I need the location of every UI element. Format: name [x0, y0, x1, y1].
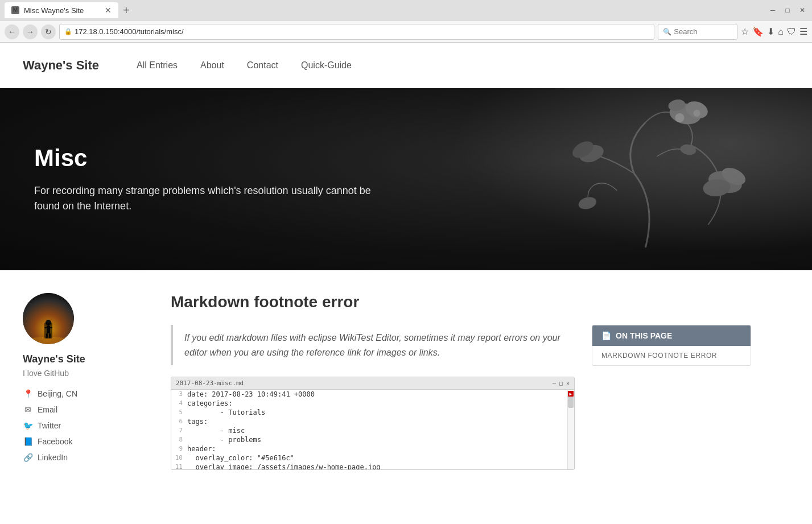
svg-rect-18: [46, 333, 48, 338]
sidebar-twitter-link[interactable]: Twitter: [38, 421, 61, 430]
sidebar-email[interactable]: ✉ Email: [23, 405, 148, 414]
svg-point-3: [683, 98, 710, 121]
bookmark-icon[interactable]: 🔖: [752, 26, 764, 37]
address-bar[interactable]: 🔒: [59, 24, 654, 40]
sidebar-location: 📍 Beijing, CN: [23, 389, 148, 398]
article-area: Markdown footnote error 📄 ON THIS PAGE M…: [171, 293, 751, 481]
svg-point-7: [719, 164, 748, 188]
code-line-7: 7 - misc: [171, 426, 574, 435]
code-line-11: 11 overlay_image: /assets/images/w-home-…: [171, 463, 574, 469]
search-box[interactable]: 🔍: [658, 24, 737, 40]
sidebar-facebook[interactable]: 📘 Facebook: [23, 437, 148, 446]
svg-point-6: [702, 178, 731, 197]
code-line-5: 5 - Tutorials: [171, 408, 574, 417]
facebook-icon: 📘: [23, 437, 33, 446]
new-tab-button[interactable]: +: [123, 5, 130, 16]
svg-point-14: [46, 320, 51, 325]
browser-chrome: M Misc Wayne's Site ✕ + ─ □ ✕ ← → ↻ 🔒 🔍 …: [0, 0, 812, 43]
hero-banner: Misc For recording many strange problems…: [0, 88, 812, 270]
main-content: Wayne's Site I love GitHub 📍 Beijing, CN…: [0, 270, 774, 504]
tab-title: Misc Wayne's Site: [24, 6, 84, 15]
nav-contact[interactable]: Contact: [247, 60, 278, 71]
svg-point-2: [668, 101, 703, 126]
back-button[interactable]: ←: [5, 24, 19, 39]
code-line-4: 4 categories:: [171, 399, 574, 408]
close-window-button[interactable]: ✕: [797, 5, 807, 15]
code-minimize-button[interactable]: ─: [553, 380, 556, 386]
site-logo[interactable]: Wayne's Site: [23, 58, 137, 73]
code-editor-controls: ─ □ ✕: [553, 380, 570, 386]
star-icon[interactable]: ☆: [741, 26, 749, 37]
svg-point-4: [667, 98, 686, 113]
twitter-icon: 🐦: [23, 421, 33, 430]
sidebar-site-name: Wayne's Site: [23, 353, 148, 365]
code-maximize-button[interactable]: □: [559, 380, 563, 386]
reload-button[interactable]: ↻: [41, 24, 56, 39]
minimize-button[interactable]: ─: [768, 5, 778, 15]
search-input[interactable]: [674, 27, 731, 36]
svg-rect-16: [44, 327, 47, 328]
article-title: Markdown footnote error: [171, 293, 751, 311]
sidebar-email-link[interactable]: Email: [38, 405, 57, 414]
code-line-10: 10 overlay_color: "#5e616c": [171, 453, 574, 463]
sidebar-facebook-link[interactable]: Facebook: [38, 437, 72, 446]
linkedin-icon: 🔗: [23, 453, 33, 462]
svg-point-12: [23, 293, 74, 344]
article-blockquote-text: If you edit markdown files with eclipse …: [184, 333, 560, 357]
svg-point-10: [578, 195, 598, 211]
location-icon: 📍: [23, 389, 33, 398]
forward-button[interactable]: →: [23, 24, 38, 39]
toc-box: 📄 ON THIS PAGE MARKDOWN FOOTNOTE ERROR: [592, 325, 751, 366]
code-line-3: 3 date: 2017-08-23 10:49:41 +0000: [171, 390, 574, 399]
shield-icon[interactable]: 🛡: [787, 27, 796, 37]
toc-header-label: ON THIS PAGE: [616, 331, 672, 340]
window-controls: ─ □ ✕: [768, 5, 807, 15]
footer-spacer: [171, 470, 751, 481]
code-scrollbar[interactable]: ▶: [567, 390, 574, 469]
hero-subtitle: For recording many strange problems whic…: [34, 183, 376, 214]
svg-rect-15: [47, 325, 50, 333]
browser-titlebar: M Misc Wayne's Site ✕ + ─ □ ✕: [0, 0, 812, 20]
sidebar-linkedin[interactable]: 🔗 LinkedIn: [23, 453, 148, 462]
maximize-button[interactable]: □: [782, 5, 793, 15]
hero-illustration: [365, 88, 812, 270]
toc-item-footnote-error[interactable]: MARKDOWN FOOTNOTE ERROR: [592, 346, 751, 365]
code-editor-body: 3 date: 2017-08-23 10:49:41 +0000 4 cate…: [171, 390, 574, 469]
sidebar-twitter[interactable]: 🐦 Twitter: [23, 421, 148, 430]
browser-tab[interactable]: M Misc Wayne's Site ✕: [5, 2, 118, 18]
site-nav: All Entries About Contact Quick-Guide: [137, 60, 352, 71]
download-icon[interactable]: ⬇: [767, 26, 774, 37]
search-icon: 🔍: [663, 28, 671, 36]
tab-close-button[interactable]: ✕: [105, 6, 112, 15]
code-editor: 2017-08-23-misc.md ─ □ ✕ 3 date: 2017-08…: [171, 377, 575, 470]
svg-point-5: [706, 168, 744, 196]
nav-about[interactable]: About: [200, 60, 224, 71]
tab-favicon: M: [11, 6, 19, 14]
email-icon: ✉: [23, 405, 33, 414]
toc-icon: 📄: [601, 331, 611, 340]
nav-all-entries[interactable]: All Entries: [137, 60, 178, 71]
code-line-6: 6 tags:: [171, 417, 574, 426]
code-editor-titlebar: 2017-08-23-misc.md ─ □ ✕: [171, 377, 574, 390]
sidebar-linkedin-link[interactable]: LinkedIn: [38, 453, 68, 462]
svg-point-1: [570, 138, 596, 162]
url-input[interactable]: [75, 27, 649, 36]
sidebar-info-list: 📍 Beijing, CN ✉ Email 🐦 Twitter 📘 Facebo…: [23, 389, 148, 462]
site-header: Wayne's Site All Entries About Contact Q…: [0, 43, 812, 88]
browser-addressbar: ← → ↻ 🔒 🔍 ☆ 🔖 ⬇ ⌂ 🛡 ☰: [0, 20, 812, 42]
sidebar-tagline: I love GitHub: [23, 369, 148, 378]
svg-point-0: [577, 142, 606, 165]
nav-quick-guide[interactable]: Quick-Guide: [301, 60, 352, 71]
toc-header: 📄 ON THIS PAGE: [592, 325, 751, 346]
code-line-8: 8 - problems: [171, 435, 574, 444]
avatar: [23, 293, 74, 344]
code-close-button[interactable]: ✕: [566, 380, 570, 386]
browser-toolbar-right: 🔍 ☆ 🔖 ⬇ ⌂ 🛡 ☰: [658, 24, 807, 40]
sidebar: Wayne's Site I love GitHub 📍 Beijing, CN…: [23, 293, 148, 481]
svg-rect-17: [50, 327, 52, 328]
svg-point-11: [679, 143, 697, 156]
code-line-9: 9 header:: [171, 444, 574, 453]
menu-icon[interactable]: ☰: [799, 26, 807, 37]
error-indicator: ▶: [568, 391, 574, 397]
home-icon[interactable]: ⌂: [778, 27, 784, 37]
